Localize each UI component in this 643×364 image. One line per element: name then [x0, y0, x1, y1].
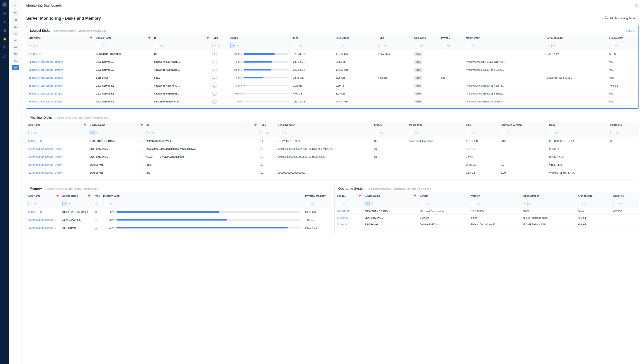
- column-header[interactable]: Device Name📌: [87, 122, 144, 128]
- filter-input[interactable]: [266, 131, 273, 134]
- column-header[interactable]: Serial Nu: [611, 193, 639, 199]
- filter-input[interactable]: [528, 202, 574, 205]
- network-icon[interactable]: ⊞: [2, 20, 7, 24]
- site-badge[interactable]: W-: [12, 38, 19, 43]
- filter-input[interactable]: [420, 44, 437, 47]
- sort-button[interactable]: ↑↓: [471, 201, 476, 206]
- filter-input[interactable]: [507, 131, 544, 134]
- sort-button[interactable]: ↑↓: [578, 201, 583, 206]
- filter-input[interactable]: [472, 131, 496, 134]
- bell-icon[interactable]: 🔔: [2, 37, 7, 41]
- sort-button[interactable]: ↑↓: [501, 130, 506, 135]
- column-header[interactable]: Type: [210, 35, 228, 41]
- table-row[interactable]: St John's High School - DraperSSH Server…: [26, 169, 639, 177]
- table-row[interactable]: 80CHR - FBDESKTOP - DC Office›Microsoft …: [335, 208, 639, 215]
- site-badge[interactable]: SM: [12, 65, 19, 70]
- filter-input[interactable]: [109, 202, 301, 205]
- sort-button[interactable]: ↑↓: [28, 43, 34, 48]
- site-badge[interactable]: WE: [12, 10, 19, 16]
- filter-input[interactable]: [472, 44, 542, 47]
- column-header[interactable]: Free Space: [334, 35, 376, 41]
- table-row[interactable]: 80CHR - FBDESKTOP - DC Office›\\.\PHYSIC…: [26, 137, 639, 145]
- filter-input[interactable]: [342, 44, 374, 47]
- site-badge[interactable]: VE: [12, 24, 19, 30]
- table-row[interactable]: St John's High School - DraperSSH Server…: [26, 161, 639, 169]
- filter-input[interactable]: [616, 131, 636, 134]
- add-monitoring-table-button[interactable]: + Add Monitoring Table: [600, 15, 638, 22]
- pin-icon[interactable]: 📌: [83, 124, 86, 126]
- column-header[interactable]: Type: [258, 122, 276, 128]
- column-header[interactable]: Site N...📌: [335, 193, 362, 199]
- sort-button[interactable]: ↑↓: [28, 130, 33, 135]
- column-header[interactable]: Media Type: [407, 122, 464, 128]
- filter-input[interactable]: [34, 44, 91, 47]
- sort-button[interactable]: ↑↓: [260, 130, 265, 135]
- column-header[interactable]: Type: [376, 35, 412, 41]
- column-header[interactable]: Device Name📌: [94, 35, 152, 41]
- sort-button[interactable]: ↑↓: [414, 43, 419, 48]
- site-badge[interactable]: NE: [12, 58, 19, 64]
- table-row[interactable]: St John's High School - DraperSSH Server…: [26, 74, 638, 82]
- pin-icon[interactable]: 📌: [148, 36, 150, 39]
- filter-input[interactable]: [380, 131, 404, 134]
- pin-icon[interactable]: 📌: [88, 194, 90, 197]
- sort-button[interactable]: ↓1: [364, 201, 370, 206]
- column-header[interactable]: Id📌: [152, 35, 210, 41]
- table-row[interactable]: St John's High School - DraperESXi Serve…: [26, 98, 638, 106]
- filter-input[interactable]: [343, 202, 360, 205]
- column-header[interactable]: Site Name📌: [26, 35, 94, 41]
- column-header[interactable]: Status: [372, 122, 407, 128]
- help-icon[interactable]: ⍰: [633, 3, 638, 8]
- column-header[interactable]: Firmware Version: [498, 122, 547, 128]
- sort-button[interactable]: ↑↓: [549, 130, 554, 135]
- filter-input[interactable]: [34, 202, 58, 205]
- sort-button[interactable]: ↑↓: [547, 43, 552, 48]
- sort-button[interactable]: ↑↓: [96, 43, 101, 48]
- pin-icon[interactable]: 📌: [358, 194, 361, 197]
- sort-button[interactable]: ↑↓: [610, 130, 615, 135]
- pin-icon[interactable]: 📌: [254, 124, 257, 126]
- export-icon[interactable]: ⇱: [2, 45, 7, 50]
- sort-button[interactable]: ↑↓: [441, 43, 446, 48]
- filter-input[interactable]: [384, 44, 410, 47]
- sort-button[interactable]: ↓1: [62, 201, 67, 206]
- filter-input[interactable]: [447, 44, 462, 47]
- table-row[interactable]: St John's High School - DraperESXi Serve…: [26, 66, 638, 74]
- pin-icon[interactable]: 📌: [140, 124, 143, 126]
- column-header[interactable]: Serial Number: [276, 122, 372, 128]
- column-header[interactable]: Device Name📌: [362, 193, 418, 199]
- table-row[interactable]: 80CHR - FBDESKTOP - DC Office›C:🖥69.3 %4…: [26, 50, 638, 58]
- sort-button[interactable]: ↑↓: [336, 43, 341, 48]
- pin-icon[interactable]: 📌: [414, 194, 416, 197]
- site-badge[interactable]: W-: [12, 44, 19, 50]
- filter-input[interactable]: [311, 202, 328, 205]
- filter-input[interactable]: [415, 131, 462, 134]
- sort-button[interactable]: ↑↓: [146, 130, 152, 135]
- pin-icon[interactable]: 📌: [206, 36, 209, 39]
- column-header[interactable]: Model: [547, 122, 608, 128]
- site-badge[interactable]: DE: [12, 31, 19, 36]
- sort-button[interactable]: ↓1: [90, 130, 94, 135]
- filter-input[interactable]: [619, 202, 636, 205]
- column-header[interactable]: Physi...: [439, 35, 464, 41]
- sort-button[interactable]: ↑↓: [278, 130, 283, 135]
- column-header[interactable]: Build Number: [520, 193, 576, 199]
- filter-input[interactable]: [584, 202, 609, 205]
- table-row[interactable]: St John's High School - DraperSSH Server…: [26, 224, 330, 232]
- filter-input[interactable]: [34, 131, 85, 134]
- column-header[interactable]: Version: [469, 193, 520, 199]
- column-header[interactable]: Size: [291, 35, 334, 41]
- sort-button[interactable]: ↓1: [230, 43, 235, 48]
- add-site-button[interactable]: +: [12, 2, 18, 8]
- sort-button[interactable]: ↑↓: [212, 43, 218, 48]
- filter-input[interactable]: [218, 44, 226, 47]
- sort-button[interactable]: ↑↓: [613, 201, 618, 206]
- filter-input[interactable]: [477, 202, 518, 205]
- filter-input[interactable]: [299, 44, 331, 47]
- table-row[interactable]: St John's High School - DraperESXi Serve…: [26, 145, 639, 153]
- column-header[interactable]: Usage: [228, 35, 291, 41]
- column-header[interactable]: Can Write: [412, 35, 439, 41]
- table-row[interactable]: St John's High School - DraperESXi Serve…: [26, 82, 638, 90]
- actions-link[interactable]: Actions: [626, 29, 635, 32]
- sort-button[interactable]: ↑↓: [337, 201, 342, 206]
